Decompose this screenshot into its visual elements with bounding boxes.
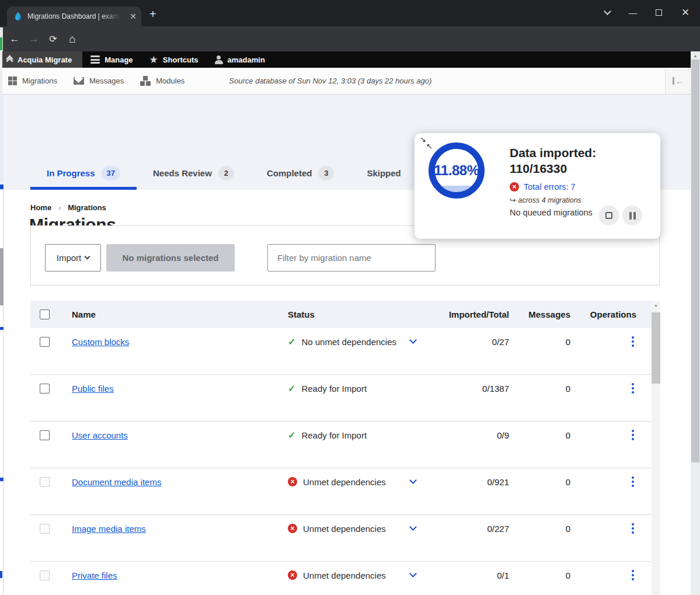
new-tab-button[interactable]: + [149,8,156,20]
tab-search-icon[interactable] [594,0,620,25]
toolbar-item-modules[interactable]: Modules [132,76,193,86]
migration-link[interactable]: Public files [72,384,114,394]
header-messages: Messages [514,307,575,322]
messages-count: 0 [514,474,575,489]
kebab-menu-icon[interactable] [629,429,636,441]
migrations-table: Name Status Imported/Total Messages Oper… [30,301,652,595]
imported-total-value: 0/1 [432,568,514,583]
home-icon[interactable]: ⌂ [64,26,81,51]
header-name: Name [72,307,288,322]
status-tab[interactable]: Completed 3 [250,156,351,190]
status-tab[interactable]: Needs Review 2 [137,156,250,190]
star-icon: ★ [149,55,158,65]
select-all-checkbox[interactable] [40,309,50,319]
tab-label: In Progress [47,168,95,178]
stop-button[interactable] [599,206,619,225]
admin-toolbar: Acquia Migrate Manage ★ Shortcuts amadam… [0,51,691,68]
data-imported-heading: Data imported: 110/16330 [510,145,653,177]
progress-percent: 11.88% [434,162,479,179]
status-tab[interactable]: Skipped [350,156,417,190]
browser-toolbar: ← → ⟳ ⌂ d9ama-ddevblog.ddev.site/acquia-… [0,26,700,51]
table-header: Name Status Imported/Total Messages Oper… [30,301,652,328]
chevron-down-icon[interactable] [409,570,417,577]
toolbar-item-migrations[interactable]: Migrations [0,76,65,85]
maximize-button[interactable] [646,0,671,25]
status-tab[interactable]: In Progress 37 [30,156,137,190]
page-scrollbar-thumb[interactable] [691,60,699,462]
status-tabs: In Progress 37 Needs Review 2 Completed … [30,156,417,190]
row-checkbox[interactable] [40,570,50,580]
tab-label: Completed [267,168,312,178]
collapse-bar-icon [673,77,674,85]
toolbar-collapse-button[interactable]: ← [665,68,691,94]
error-icon: × [288,477,297,486]
page-scrollbar[interactable]: ▲ [691,51,700,595]
status-label: Unmet dependencies [303,477,386,487]
row-checkbox[interactable] [40,384,50,394]
kebab-menu-icon[interactable] [629,475,636,488]
header-status: Status [288,307,432,322]
row-checkbox[interactable] [40,477,50,487]
imported-total-value: 0/1387 [432,381,514,396]
stop-icon [605,212,612,219]
header-operations: Operations [575,307,652,322]
toolbar-item-messages[interactable]: Messages [65,76,132,85]
migration-link[interactable]: Document media items [72,477,161,487]
migration-link[interactable]: User accounts [72,430,128,440]
minimize-button[interactable]: — [620,0,646,25]
table-scrollbar-thumb[interactable] [652,312,660,384]
close-window-button[interactable]: ✕ [673,0,698,25]
toolbar-item-shortcuts[interactable]: ★ Shortcuts [141,51,207,68]
migration-link[interactable]: Custom blocks [72,337,129,347]
toolbar-item-manage[interactable]: Manage [82,51,141,68]
check-icon: ✓ [288,336,295,347]
tab-label: Skipped [367,168,401,178]
kebab-menu-icon[interactable] [629,335,636,348]
check-icon: ✓ [288,383,295,394]
table-row: Private files ✓ × Unmet dependencies 0/1… [30,562,652,595]
migration-link[interactable]: Private files [72,570,117,580]
kebab-menu-icon[interactable] [629,569,636,582]
no-migrations-selected-button: No migrations selected [106,244,235,272]
across-migrations-note: ↪across 4 migrations [510,196,653,204]
row-checkbox[interactable] [40,337,50,347]
import-progress-card: ↘↖ 11.88% Data imported: 110/16330 × Tot… [415,133,660,239]
total-errors-row[interactable]: × Total errors: 7 [510,182,653,192]
imported-total-value: 0/227 [432,521,514,536]
table-scrollbar[interactable]: ▲ [652,301,660,595]
tab-count-badge: 2 [218,166,234,180]
error-icon: × [510,182,519,192]
acquia-migrate-brand[interactable]: Acquia Migrate [0,51,82,68]
drupal-favicon-icon [13,12,23,21]
filter-input[interactable] [267,244,436,272]
import-dropdown-button[interactable]: Import [45,244,101,272]
total-errors-link[interactable]: Total errors: 7 [524,182,576,192]
scroll-up-icon[interactable]: ▲ [691,51,700,60]
reload-icon[interactable]: ⟳ [44,26,62,51]
kebab-menu-icon[interactable] [629,382,636,395]
forward-icon[interactable]: → [25,26,43,51]
toolbar-item-user[interactable]: amadamin [207,51,273,68]
chevron-down-icon[interactable] [409,336,417,344]
table-body: Custom blocks ✓ × No unmet dependencies … [30,328,652,595]
status-label: Ready for Import [301,384,367,394]
chevron-down-icon[interactable] [409,476,417,484]
migration-link[interactable]: Image media items [72,524,146,534]
status-label: Unmet dependencies [303,524,386,534]
browser-tab[interactable]: Migrations Dashboard | example ✕ [7,6,141,26]
modules-icon [140,76,151,86]
scroll-up-icon[interactable]: ▲ [652,301,660,309]
pause-button[interactable] [622,206,642,225]
row-checkbox[interactable] [40,430,50,440]
tab-close-icon[interactable]: ✕ [130,12,137,20]
browser-titlebar: Migrations Dashboard | example ✕ + — ✕ [0,0,700,26]
back-icon[interactable]: ← [6,26,23,51]
row-checkbox[interactable] [40,524,50,534]
progress-ring: 11.88% [429,142,485,199]
table-row: Public files ✓ × Ready for Import 0/1387… [30,375,652,422]
kebab-menu-icon[interactable] [629,522,636,535]
double-chevron-up-icon [7,56,12,64]
breadcrumb-home[interactable]: Home [30,203,51,212]
chevron-down-icon[interactable] [409,523,417,531]
status-label: No unmet dependencies [301,337,396,347]
